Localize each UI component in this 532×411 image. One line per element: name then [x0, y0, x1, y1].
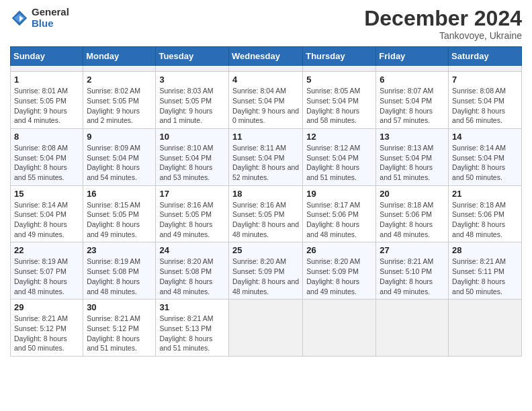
day-info: Sunrise: 8:14 AMSunset: 5:04 PMDaylight:… [14, 200, 79, 240]
day-info: Sunrise: 8:15 AMSunset: 5:05 PMDaylight:… [87, 200, 152, 240]
day-number: 11 [232, 132, 299, 142]
day-number: 2 [87, 75, 152, 85]
header: General Blue December 2024 Tankovoye, Uk… [10, 7, 522, 41]
day-number: 12 [306, 132, 372, 142]
calendar-cell [11, 66, 83, 72]
day-info: Sunrise: 8:01 AMSunset: 5:05 PMDaylight:… [14, 86, 79, 126]
day-number: 6 [380, 75, 445, 85]
day-info: Sunrise: 8:21 AMSunset: 5:10 PMDaylight:… [380, 257, 445, 296]
calendar-cell: 29Sunrise: 8:21 AMSunset: 5:12 PMDayligh… [11, 300, 83, 357]
day-info: Sunrise: 8:09 AMSunset: 5:04 PMDaylight:… [87, 143, 152, 183]
day-number: 17 [159, 189, 225, 199]
day-info: Sunrise: 8:19 AMSunset: 5:08 PMDaylight:… [87, 257, 152, 296]
day-info: Sunrise: 8:11 AMSunset: 5:04 PMDaylight:… [232, 143, 299, 183]
calendar-cell: 20Sunrise: 8:18 AMSunset: 5:06 PMDayligh… [376, 185, 449, 242]
calendar-cell: 25Sunrise: 8:20 AMSunset: 5:09 PMDayligh… [228, 242, 302, 300]
day-number: 24 [159, 245, 225, 255]
day-info: Sunrise: 8:20 AMSunset: 5:08 PMDaylight:… [159, 257, 225, 296]
logo-icon [10, 9, 29, 28]
day-number: 23 [87, 245, 152, 255]
calendar-cell: 4Sunrise: 8:04 AMSunset: 5:04 PMDaylight… [228, 72, 302, 129]
page: General Blue December 2024 Tankovoye, Uk… [0, 0, 532, 367]
calendar-cell: 11Sunrise: 8:11 AMSunset: 5:04 PMDayligh… [228, 128, 302, 185]
calendar-week-row: 22Sunrise: 8:19 AMSunset: 5:07 PMDayligh… [11, 242, 522, 300]
day-number: 26 [306, 245, 372, 255]
calendar-cell [228, 300, 302, 357]
day-info: Sunrise: 8:07 AMSunset: 5:04 PMDaylight:… [380, 86, 445, 126]
calendar-cell: 1Sunrise: 8:01 AMSunset: 5:05 PMDaylight… [11, 72, 83, 129]
calendar-cell [303, 66, 376, 72]
day-number: 13 [380, 132, 445, 142]
calendar-cell: 3Sunrise: 8:03 AMSunset: 5:05 PMDaylight… [156, 72, 229, 129]
day-info: Sunrise: 8:21 AMSunset: 5:11 PMDaylight:… [452, 257, 518, 296]
calendar-cell: 8Sunrise: 8:08 AMSunset: 5:04 PMDaylight… [11, 128, 83, 185]
calendar-cell: 12Sunrise: 8:12 AMSunset: 5:04 PMDayligh… [303, 128, 376, 185]
calendar-cell: 17Sunrise: 8:16 AMSunset: 5:05 PMDayligh… [156, 185, 229, 242]
calendar-cell [449, 66, 522, 72]
day-info: Sunrise: 8:12 AMSunset: 5:04 PMDaylight:… [306, 143, 372, 183]
day-number: 30 [87, 302, 152, 312]
day-number: 8 [14, 132, 79, 142]
day-number: 20 [380, 189, 445, 199]
day-number: 1 [14, 75, 79, 85]
calendar-week-row: 29Sunrise: 8:21 AMSunset: 5:12 PMDayligh… [11, 300, 522, 357]
day-number: 4 [232, 75, 299, 85]
day-number: 27 [380, 245, 445, 255]
day-info: Sunrise: 8:16 AMSunset: 5:05 PMDaylight:… [232, 200, 299, 240]
day-info: Sunrise: 8:08 AMSunset: 5:04 PMDaylight:… [14, 143, 79, 183]
day-info: Sunrise: 8:05 AMSunset: 5:04 PMDaylight:… [306, 86, 372, 126]
calendar-week-row: 15Sunrise: 8:14 AMSunset: 5:04 PMDayligh… [11, 185, 522, 242]
day-number: 22 [14, 245, 79, 255]
day-info: Sunrise: 8:18 AMSunset: 5:06 PMDaylight:… [452, 200, 518, 240]
day-number: 18 [232, 189, 299, 199]
day-number: 10 [159, 132, 225, 142]
day-number: 19 [306, 189, 372, 199]
day-info: Sunrise: 8:21 AMSunset: 5:12 PMDaylight:… [14, 314, 79, 353]
calendar-cell: 26Sunrise: 8:20 AMSunset: 5:09 PMDayligh… [303, 242, 376, 300]
calendar-cell: 6Sunrise: 8:07 AMSunset: 5:04 PMDaylight… [376, 72, 449, 129]
calendar-cell [449, 300, 522, 357]
day-info: Sunrise: 8:18 AMSunset: 5:06 PMDaylight:… [380, 200, 445, 240]
calendar-cell: 31Sunrise: 8:21 AMSunset: 5:13 PMDayligh… [156, 300, 229, 357]
calendar-cell: 22Sunrise: 8:19 AMSunset: 5:07 PMDayligh… [11, 242, 83, 300]
col-friday: Friday [376, 47, 449, 66]
day-info: Sunrise: 8:14 AMSunset: 5:04 PMDaylight:… [452, 143, 518, 183]
title-block: December 2024 Tankovoye, Ukraine [364, 7, 522, 41]
col-thursday: Thursday [303, 47, 376, 66]
calendar-cell: 23Sunrise: 8:19 AMSunset: 5:08 PMDayligh… [83, 242, 156, 300]
calendar-cell [376, 300, 449, 357]
calendar-cell: 15Sunrise: 8:14 AMSunset: 5:04 PMDayligh… [11, 185, 83, 242]
logo: General Blue [10, 7, 69, 29]
calendar-cell: 5Sunrise: 8:05 AMSunset: 5:04 PMDaylight… [303, 72, 376, 129]
calendar-cell [376, 66, 449, 72]
day-number: 15 [14, 189, 79, 199]
calendar-cell: 14Sunrise: 8:14 AMSunset: 5:04 PMDayligh… [449, 128, 522, 185]
calendar-cell: 7Sunrise: 8:08 AMSunset: 5:04 PMDaylight… [449, 72, 522, 129]
calendar-cell: 30Sunrise: 8:21 AMSunset: 5:12 PMDayligh… [83, 300, 156, 357]
calendar-cell: 13Sunrise: 8:13 AMSunset: 5:04 PMDayligh… [376, 128, 449, 185]
day-info: Sunrise: 8:17 AMSunset: 5:06 PMDaylight:… [306, 200, 372, 240]
day-number: 25 [232, 245, 299, 255]
calendar-week-row: 1Sunrise: 8:01 AMSunset: 5:05 PMDaylight… [11, 72, 522, 129]
calendar-week-row: 8Sunrise: 8:08 AMSunset: 5:04 PMDaylight… [11, 128, 522, 185]
col-sunday: Sunday [11, 47, 83, 66]
calendar-cell: 10Sunrise: 8:10 AMSunset: 5:04 PMDayligh… [156, 128, 229, 185]
day-info: Sunrise: 8:20 AMSunset: 5:09 PMDaylight:… [306, 257, 372, 296]
day-number: 28 [452, 245, 518, 255]
calendar-cell: 2Sunrise: 8:02 AMSunset: 5:05 PMDaylight… [83, 72, 156, 129]
col-monday: Monday [83, 47, 156, 66]
day-info: Sunrise: 8:16 AMSunset: 5:05 PMDaylight:… [159, 200, 225, 240]
calendar-cell: 18Sunrise: 8:16 AMSunset: 5:05 PMDayligh… [228, 185, 302, 242]
calendar-cell: 27Sunrise: 8:21 AMSunset: 5:10 PMDayligh… [376, 242, 449, 300]
calendar-cell [228, 66, 302, 72]
day-info: Sunrise: 8:20 AMSunset: 5:09 PMDaylight:… [232, 257, 299, 296]
day-info: Sunrise: 8:10 AMSunset: 5:04 PMDaylight:… [159, 143, 225, 183]
calendar-cell: 24Sunrise: 8:20 AMSunset: 5:08 PMDayligh… [156, 242, 229, 300]
day-number: 9 [87, 132, 152, 142]
day-info: Sunrise: 8:19 AMSunset: 5:07 PMDaylight:… [14, 257, 79, 296]
calendar-cell: 28Sunrise: 8:21 AMSunset: 5:11 PMDayligh… [449, 242, 522, 300]
day-info: Sunrise: 8:21 AMSunset: 5:13 PMDaylight:… [159, 314, 225, 353]
day-info: Sunrise: 8:21 AMSunset: 5:12 PMDaylight:… [87, 314, 152, 353]
calendar-week-row [11, 66, 522, 72]
location: Tankovoye, Ukraine [364, 30, 522, 41]
